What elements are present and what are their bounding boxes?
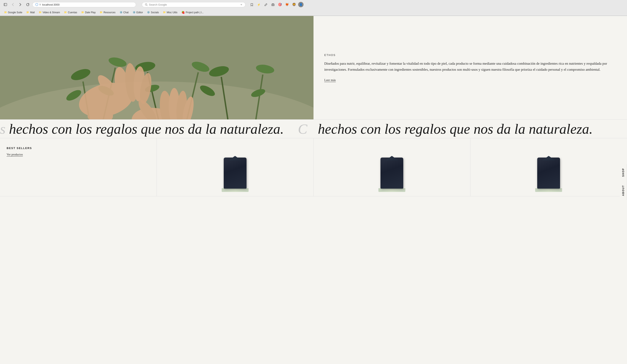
browser-toolbar: V localhost:3000 Search Google ⚡ — [0, 0, 627, 9]
security-shield-icon — [35, 3, 38, 6]
bookmark-socials[interactable]: ⚙️ Socials — [145, 10, 160, 14]
back-button[interactable] — [10, 2, 16, 7]
bookmark-label: Socials — [151, 11, 159, 14]
folder-icon: 📁 — [81, 11, 84, 14]
website-content: ETHOS Diseñados para nutrir, equilibrar,… — [0, 16, 627, 196]
ethos-label: ETHOS — [324, 53, 616, 56]
bookmark-editor[interactable]: ⚙️ Editor — [131, 10, 145, 14]
search-dropdown-icon — [240, 3, 242, 5]
soap-bar-3 — [537, 157, 560, 189]
svg-point-5 — [272, 4, 273, 5]
bookmark-mail[interactable]: 📁 Mail — [25, 10, 36, 14]
best-sellers-info: BEST SELLERS Ver productos — [0, 138, 157, 196]
hero-image — [0, 16, 314, 119]
url-display: localhost:3000 — [42, 3, 59, 6]
product-image-1 — [221, 151, 250, 192]
bookmark-misc-utils[interactable]: 📁 Misc Utils — [161, 10, 179, 14]
bookmarks-bar: 📁 Google Suite 📁 Mail 📁 Video & Stream 📁… — [0, 9, 627, 16]
bookmark-chat[interactable]: ⚙️ Chat — [118, 10, 130, 14]
bookmark-cuentas[interactable]: 📁 Cuentas — [62, 10, 79, 14]
about-side-label[interactable]: ABOUT — [620, 181, 627, 196]
folder-icon: 📁 — [39, 11, 42, 14]
soap-base-2 — [378, 188, 405, 192]
svg-line-3 — [147, 5, 147, 6]
browser-action-buttons: ⚡ 🎯 🦊 🦁 👤 — [249, 2, 304, 7]
addon-button[interactable]: 🎯 — [277, 2, 283, 7]
best-sellers-section: BEST SELLERS Ver productos — [0, 138, 627, 196]
raspberry-icon: 🍓 — [181, 11, 185, 14]
sync-button[interactable]: 🦊 — [284, 2, 290, 7]
search-placeholder: Search Google — [149, 3, 167, 6]
soap-base-1 — [222, 188, 249, 192]
folder-icon: 📁 — [26, 11, 29, 14]
extension-button[interactable]: ⚡ — [256, 2, 262, 7]
bookmark-label: Cuentas — [68, 11, 77, 14]
side-labels: SHOP ABOUT — [620, 164, 627, 196]
marquee-section: s hechos con los regalos que nos da la n… — [0, 120, 627, 138]
circle-icon: ⚙️ — [147, 11, 150, 14]
soap-bar-2 — [380, 157, 403, 189]
product-card-2[interactable] — [314, 138, 470, 196]
bookmark-button[interactable] — [249, 2, 255, 7]
bookmark-resources[interactable]: 📁 Resources — [98, 10, 117, 14]
svg-point-2 — [145, 3, 147, 5]
soap-bar-1 — [224, 157, 247, 189]
marquee-faded-start: s — [0, 121, 9, 137]
shop-side-label[interactable]: SHOP — [620, 164, 627, 181]
folder-icon: 📁 — [4, 11, 7, 14]
product-grid — [157, 138, 627, 196]
bookmark-google-suite[interactable]: 📁 Google Suite — [2, 10, 24, 14]
profile-avatar[interactable]: 👤 — [298, 2, 304, 7]
bookmark-video-stream[interactable]: 📁 Video & Stream — [37, 10, 62, 14]
bookmark-label: Editor — [136, 11, 143, 14]
marquee-text: s hechos con los regalos que nos da la n… — [0, 122, 607, 136]
search-bar[interactable]: Search Google — [142, 2, 246, 7]
folder-icon: 📁 — [100, 11, 103, 14]
browser-chrome: V localhost:3000 Search Google ⚡ — [0, 0, 627, 16]
bookmark-label: Project path | l... — [186, 11, 204, 14]
reload-button[interactable] — [25, 2, 31, 7]
hero-section: ETHOS Diseñados para nutrir, equilibrar,… — [0, 16, 627, 120]
product-card-3[interactable] — [470, 138, 627, 196]
circle-icon: ⚙️ — [133, 11, 136, 14]
marquee-faded-end: C — [298, 121, 307, 137]
ver-productos-link[interactable]: Ver productos — [7, 153, 150, 156]
sidebar-toggle-button[interactable] — [2, 2, 8, 7]
soap-base-3 — [535, 188, 562, 192]
folder-icon: 📁 — [163, 11, 166, 14]
best-sellers-label: BEST SELLERS — [7, 147, 150, 150]
bookmark-label: Misc Utils — [167, 11, 177, 14]
marquee-repeat: hechos con los regalos que nos da la nat… — [307, 121, 607, 137]
svg-rect-0 — [4, 3, 7, 6]
bookmark-dale-play[interactable]: 📁 Dale Play — [80, 10, 97, 14]
product-image-2 — [377, 151, 406, 192]
svg-rect-32 — [88, 102, 113, 119]
marquee-main-text: hechos con los regalos que nos da la nat… — [9, 121, 298, 137]
folder-icon: 📁 — [64, 11, 67, 14]
pencil-button[interactable] — [263, 2, 269, 7]
camera-button[interactable] — [270, 2, 276, 7]
v-badge: V — [39, 3, 41, 6]
hero-illustration — [0, 16, 314, 119]
bookmark-label: Video & Stream — [43, 11, 60, 14]
bookmark-label: Mail — [30, 11, 35, 14]
bookmark-label: Chat — [123, 11, 129, 14]
product-image-3 — [534, 151, 563, 192]
address-bar[interactable]: V localhost:3000 — [32, 2, 136, 7]
ethos-description: Diseñados para nutrir, equilibrar, revit… — [324, 61, 616, 72]
menu-button[interactable]: 🦁 — [291, 2, 297, 7]
forward-button[interactable] — [17, 2, 23, 7]
bookmark-label: Google Suite — [8, 11, 22, 14]
read-more-link[interactable]: Leer más — [324, 78, 336, 82]
bookmark-label: Resources — [104, 11, 115, 14]
search-icon — [145, 3, 148, 6]
hero-text-panel: ETHOS Diseñados para nutrir, equilibrar,… — [314, 16, 627, 119]
hero-image-placeholder — [0, 16, 314, 119]
product-card-1[interactable] — [157, 138, 314, 196]
bookmark-label: Dale Play — [85, 11, 96, 14]
bookmark-project-path[interactable]: 🍓 Project path | l... — [180, 10, 205, 14]
circle-icon: ⚙️ — [120, 11, 122, 14]
